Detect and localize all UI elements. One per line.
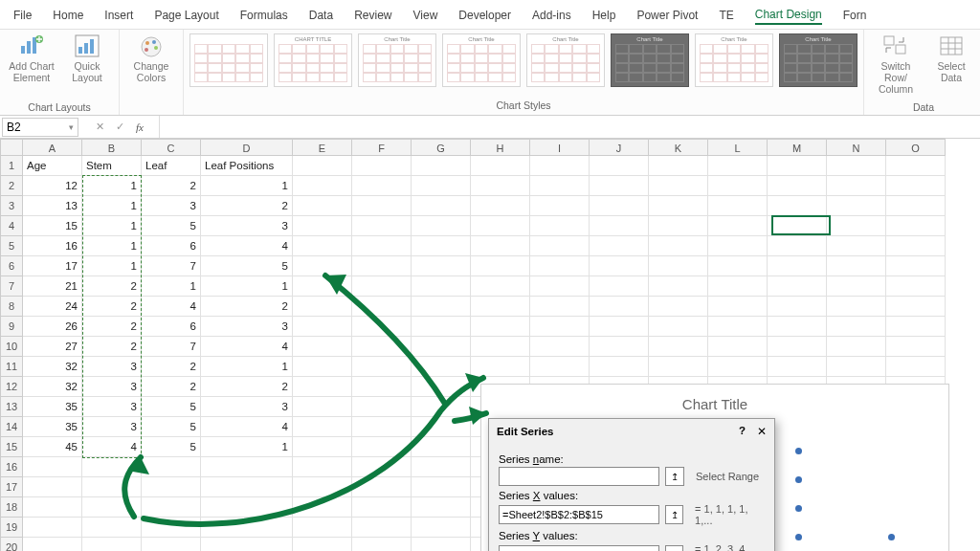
cell[interactable]: [352, 518, 412, 538]
cell[interactable]: [827, 236, 886, 256]
cell[interactable]: [23, 538, 82, 551]
cell[interactable]: [827, 337, 886, 357]
chart-style-thumb[interactable]: Chart Title: [358, 33, 436, 87]
cell[interactable]: 5: [142, 437, 201, 457]
cell[interactable]: [23, 477, 82, 497]
cell[interactable]: [590, 256, 649, 276]
cell[interactable]: 3: [142, 196, 201, 216]
cell[interactable]: [768, 196, 827, 216]
cell[interactable]: [293, 236, 352, 256]
cell[interactable]: [590, 317, 649, 337]
cell[interactable]: 2: [201, 297, 293, 317]
chart-style-thumb[interactable]: Chart Title: [695, 33, 773, 87]
chart-style-thumb[interactable]: CHART TITLE: [274, 33, 352, 87]
cell[interactable]: [201, 477, 293, 497]
cell[interactable]: [412, 437, 471, 457]
cell[interactable]: 2: [82, 337, 142, 357]
cell[interactable]: 5: [201, 256, 293, 276]
cell[interactable]: [649, 357, 708, 377]
cell[interactable]: [471, 176, 530, 196]
chart-style-thumb[interactable]: Chart Title: [611, 33, 689, 87]
row-header[interactable]: 19: [0, 518, 23, 538]
cell[interactable]: [649, 256, 708, 276]
cell[interactable]: [352, 477, 412, 497]
row-header[interactable]: 17: [0, 477, 23, 497]
cell[interactable]: [471, 156, 530, 176]
cell[interactable]: [768, 297, 827, 317]
tab-developer[interactable]: Developer: [458, 7, 511, 24]
tab-view[interactable]: View: [413, 7, 438, 24]
column-header[interactable]: G: [412, 139, 471, 156]
tab-insert[interactable]: Insert: [104, 7, 133, 24]
series-x-input[interactable]: [499, 505, 659, 524]
cell[interactable]: 3: [82, 357, 142, 377]
cell[interactable]: [590, 176, 649, 196]
cell[interactable]: [412, 377, 471, 397]
cell[interactable]: [412, 297, 471, 317]
cell[interactable]: [293, 377, 352, 397]
row-header[interactable]: 10: [0, 337, 23, 357]
cell[interactable]: 2: [82, 276, 142, 297]
cell[interactable]: 5: [142, 216, 201, 236]
cell[interactable]: [649, 236, 708, 256]
cell[interactable]: [412, 236, 471, 256]
cell[interactable]: 3: [201, 317, 293, 337]
cell[interactable]: 1: [82, 256, 142, 276]
cell[interactable]: 1: [82, 196, 142, 216]
cell[interactable]: [352, 437, 412, 457]
cell[interactable]: [886, 196, 946, 216]
cell[interactable]: [23, 497, 82, 518]
cell[interactable]: [471, 276, 530, 297]
series-y-input[interactable]: [499, 545, 659, 551]
row-header[interactable]: 9: [0, 317, 23, 337]
cell[interactable]: 6: [142, 236, 201, 256]
row-header[interactable]: 12: [0, 377, 23, 397]
cell[interactable]: [471, 317, 530, 337]
cell[interactable]: [201, 538, 293, 551]
cell[interactable]: [708, 176, 768, 196]
cell[interactable]: 1: [82, 216, 142, 236]
cell[interactable]: [768, 156, 827, 176]
cell[interactable]: [293, 176, 352, 196]
cell[interactable]: 35: [23, 397, 82, 417]
cell[interactable]: [708, 236, 768, 256]
row-header[interactable]: 7: [0, 276, 23, 297]
cell[interactable]: [768, 357, 827, 377]
cell[interactable]: [649, 216, 708, 236]
cell[interactable]: [590, 276, 649, 297]
cell[interactable]: [649, 317, 708, 337]
row-header[interactable]: 3: [0, 196, 23, 216]
cell[interactable]: [827, 297, 886, 317]
cell[interactable]: 35: [23, 417, 82, 437]
fx-icon[interactable]: fx: [136, 121, 144, 133]
cell[interactable]: 2: [82, 317, 142, 337]
cell[interactable]: [708, 256, 768, 276]
cell[interactable]: [708, 357, 768, 377]
row-header[interactable]: 11: [0, 357, 23, 377]
quick-layout-button[interactable]: Quick Layout: [63, 33, 111, 83]
cell[interactable]: [886, 297, 946, 317]
cell[interactable]: [471, 196, 530, 216]
cell[interactable]: [293, 337, 352, 357]
column-header[interactable]: A: [23, 139, 82, 156]
cell[interactable]: [82, 518, 142, 538]
cell[interactable]: [352, 417, 412, 437]
cell[interactable]: 1: [82, 176, 142, 196]
range-picker-icon[interactable]: ↥: [665, 545, 683, 551]
cell[interactable]: [142, 477, 201, 497]
cell[interactable]: [471, 256, 530, 276]
cell[interactable]: [352, 357, 412, 377]
row-header[interactable]: 15: [0, 437, 23, 457]
cell[interactable]: [708, 297, 768, 317]
cell[interactable]: 2: [82, 297, 142, 317]
cell[interactable]: [768, 256, 827, 276]
cell[interactable]: 4: [142, 297, 201, 317]
cell[interactable]: [412, 457, 471, 477]
row-header[interactable]: 13: [0, 397, 23, 417]
cell[interactable]: 1: [201, 357, 293, 377]
cell[interactable]: 24: [23, 297, 82, 317]
cell[interactable]: [590, 156, 649, 176]
cell[interactable]: [886, 176, 946, 196]
cell[interactable]: [708, 276, 768, 297]
row-header[interactable]: 5: [0, 236, 23, 256]
